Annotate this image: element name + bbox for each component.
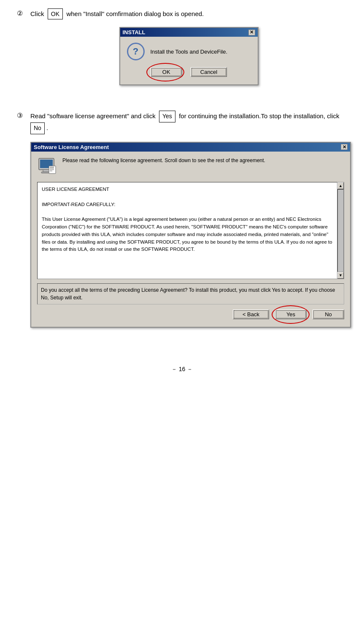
question-icon: ? (127, 43, 145, 60)
license-line3: IMPORTANT-READ CAREFULLY: (42, 201, 333, 209)
sla-text-area[interactable]: USER LICENSE AGREEMENT IMPORTANT-READ CA… (37, 182, 337, 279)
page-number: － 16 － (17, 366, 347, 373)
section-2-content: Click OK when "Install" comfirmation dia… (30, 8, 347, 98)
sla-body: Please read the following license agreem… (31, 152, 350, 327)
scroll-down-arrow[interactable]: ▼ (337, 272, 344, 279)
install-dialog-wrapper: INSTALL ✕ ? Install the Tools and Device… (30, 27, 347, 85)
sla-close-button[interactable]: ✕ (341, 144, 348, 150)
yes-btn-container: Yes (275, 310, 307, 319)
sla-dialog-buttons: < Back Yes No (37, 310, 344, 323)
ok-button-inline: OK (48, 8, 63, 19)
sla-scrollbar[interactable]: ▲ ▼ (337, 182, 344, 279)
section-2: ② Click OK when "Install" comfirmation d… (17, 8, 347, 98)
install-dialog-titlebar: INSTALL ✕ (120, 28, 258, 37)
sla-dialog: Software License Agreement ✕ (30, 142, 351, 328)
scroll-up-arrow[interactable]: ▲ (337, 182, 344, 189)
license-line5: This User License Agreement ("ULA") is a… (42, 216, 333, 253)
install-message-text: Install the Tools and DeviceFile. (151, 49, 228, 55)
section-2-instruction: Click OK when "Install" comfirmation dia… (30, 8, 347, 19)
scroll-track (337, 189, 344, 272)
install-dialog-title: INSTALL (123, 29, 146, 35)
install-ok-button[interactable]: OK (151, 67, 182, 77)
section-3-instruction: Read "software license agreement" and cl… (30, 111, 351, 134)
section-2-text2: when "Install" comfirmation dialog box i… (66, 10, 204, 17)
install-close-button[interactable]: ✕ (248, 30, 255, 35)
section-3-text3: . (46, 124, 48, 131)
sla-back-button[interactable]: < Back (233, 310, 269, 319)
sla-dialog-wrapper: Software License Agreement ✕ (30, 142, 351, 328)
yes-button-inline: Yes (159, 111, 175, 122)
svg-rect-6 (50, 168, 54, 169)
svg-rect-7 (50, 169, 54, 170)
section-3-text1: Read "software license agreement" and cl… (30, 112, 156, 119)
sla-yes-button[interactable]: Yes (275, 310, 307, 319)
sla-header-text: Please read the following license agreem… (62, 157, 265, 164)
sla-dialog-title: Software License Agreement (34, 144, 109, 150)
install-dialog: INSTALL ✕ ? Install the Tools and Device… (119, 27, 259, 85)
install-dialog-body: ? Install the Tools and DeviceFile. OK C… (120, 37, 258, 84)
no-button-inline: No (30, 122, 45, 134)
section-3-text2: for continuing the installation.To stop … (179, 112, 339, 119)
svg-rect-5 (50, 167, 54, 168)
install-cancel-button[interactable]: Cancel (191, 67, 227, 77)
sla-text-area-wrapper: USER LICENSE AGREEMENT IMPORTANT-READ CA… (37, 182, 344, 279)
section-3-content: Read "software license agreement" and cl… (30, 111, 351, 340)
install-message-row: ? Install the Tools and DeviceFile. (127, 43, 251, 60)
svg-rect-8 (50, 171, 52, 171)
sla-header-row: Please read the following license agreem… (37, 157, 344, 177)
section-2-text1: Click (30, 10, 44, 17)
install-dialog-buttons: OK Cancel (127, 67, 251, 80)
section-3-number: ③ (17, 111, 26, 119)
sla-dialog-titlebar: Software License Agreement ✕ (31, 143, 350, 152)
computer-icon (37, 157, 58, 177)
license-line1: USER LICENSE AGREEMENT (42, 186, 333, 193)
section-3: ③ Read "software license agreement" and … (17, 111, 347, 340)
ok-btn-container: OK (151, 67, 182, 77)
section-2-number: ② (17, 8, 26, 17)
sla-footer-text: Do you accept all the terms of the prece… (37, 283, 344, 304)
sla-no-button[interactable]: No (313, 310, 344, 319)
